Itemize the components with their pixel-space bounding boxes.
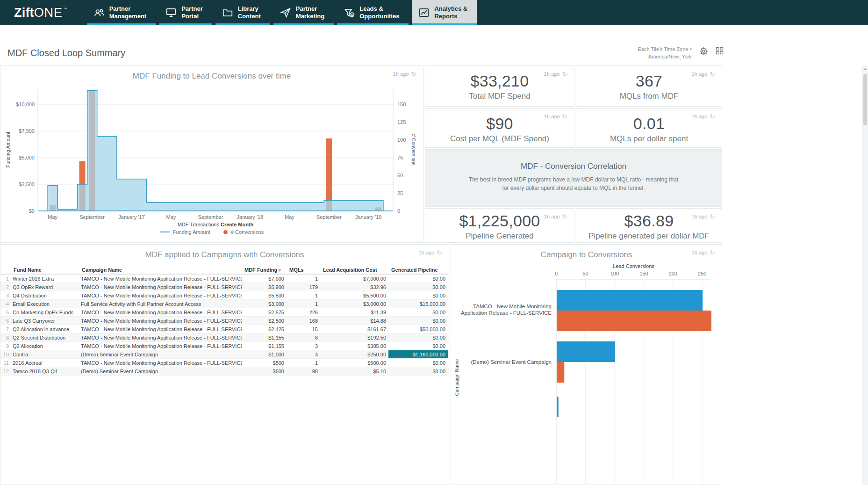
nav-partner-marketing[interactable]: PartnerMarketing	[273, 0, 334, 25]
column-header[interactable]: Lead Acquisition Cost	[320, 265, 388, 274]
funding-conversions-chart[interactable]: $0$2,500$5,000$7,500$10,0000255075100125…	[0, 85, 423, 227]
row-number: 7	[0, 325, 11, 333]
updated-text: 1h ago	[544, 114, 560, 119]
cell-pipeline: $50,000.00	[388, 325, 448, 333]
vertical-scrollbar[interactable]: ▲	[862, 65, 868, 485]
column-header[interactable]: Generated Pipeline	[388, 265, 448, 274]
refresh-icon[interactable]: ↻	[562, 113, 567, 120]
cell-campaign: TAMCO - New Mobile Monitoring Applicatio…	[79, 308, 242, 316]
kpi-label: Pipeline generated per dollar MDF	[576, 232, 722, 241]
refresh-icon[interactable]: ↻	[710, 71, 715, 77]
cell-pipeline: $1,160,000.00	[388, 350, 448, 358]
cell-fund: Late Q3 Carryover	[11, 317, 79, 325]
cell-fund: Tamco 2018 Q3-Q4	[11, 367, 79, 375]
legend-conversions[interactable]: # Conversions	[223, 229, 264, 235]
table-row[interactable]: 12Tamco 2018 Q3-Q4(Demo) Seminar Event C…	[0, 367, 449, 376]
svg-text:# Conversions: # Conversions	[411, 134, 416, 165]
table-row[interactable]: 10Contra(Demo) Seminar Event Campaign$1,…	[0, 350, 449, 359]
nav-label: Leads &Opportunities	[359, 5, 399, 20]
cell-mqls: 98	[287, 367, 320, 375]
svg-text:Application Release - FULL-SER: Application Release - FULL-SERVICE	[461, 310, 552, 316]
cell-pipeline: $0.00	[388, 342, 448, 350]
refresh-icon[interactable]: ↻	[562, 71, 567, 77]
refresh-icon[interactable]: ↻	[437, 249, 442, 256]
cell-funding: $2,500	[242, 317, 287, 325]
updated-text: 1h ago	[419, 250, 435, 255]
column-header[interactable]: Campaign Name	[79, 265, 242, 274]
kpi-label: Total MDF Spend	[425, 92, 574, 101]
tile-updated-stamp: 1h ago ↻	[393, 71, 416, 77]
page-header: MDF Closed Loop Summary Each Tile's Time…	[0, 25, 868, 65]
cell-fund: Q2 Allocation	[11, 342, 79, 350]
nav-library-content[interactable]: LibraryContent	[215, 0, 270, 25]
table-title: MDF applied to Campaigns with Conversion…	[0, 250, 449, 260]
cell-pipeline: $15,000.00	[388, 300, 448, 308]
cell-funding: $1,155	[242, 333, 287, 341]
nav-items: PartnerManagement PartnerPortal LibraryC…	[87, 0, 477, 25]
table-row[interactable]: 9Q2 AllocationTAMCO - New Mobile Monitor…	[0, 342, 449, 350]
cell-mqls: 1	[287, 275, 320, 282]
table-row[interactable]: 8Q2 Second DistributionTAMCO - New Mobil…	[0, 333, 449, 342]
svg-text:150: 150	[639, 271, 648, 276]
chevron-down-icon: ▾	[689, 46, 692, 52]
refresh-icon[interactable]: ↻	[710, 113, 715, 120]
table-row[interactable]: 7Q3 Allocation in advanceTAMCO - New Mob…	[0, 325, 449, 333]
svg-text:May: May	[48, 214, 57, 220]
table-header-row: Fund NameCampaign NameMDF Funding▾MQLsLe…	[0, 265, 449, 275]
nav-analytics-reports[interactable]: Analytics &Reports	[412, 0, 477, 25]
svg-text:Campaign Name: Campaign Name	[454, 359, 459, 396]
cell-funding: $5,500	[242, 291, 287, 299]
legend-funding-amount[interactable]: Funding Amount	[160, 229, 210, 235]
table-row[interactable]: 2Q3 OpEx RewardTAMCO - New Mobile Monito…	[0, 283, 449, 291]
updated-text: 1h ago	[544, 214, 560, 219]
campaign-conversions-chart[interactable]: Lead Conversions050100150200250Campaign …	[451, 261, 722, 484]
gear-icon[interactable]	[699, 47, 708, 58]
table-row[interactable]: 5Co-Marketing OpEx FundsTAMCO - New Mobi…	[0, 308, 449, 317]
cell-mqls: 1	[287, 300, 320, 308]
mdf-campaigns-table-tile: MDF applied to Campaigns with Conversion…	[0, 244, 449, 485]
scroll-up-arrow-icon[interactable]: ▲	[862, 67, 868, 71]
nav-label: PartnerMarketing	[296, 5, 324, 20]
svg-text:125: 125	[397, 119, 406, 125]
nav-partner-management[interactable]: PartnerManagement	[87, 0, 156, 25]
nav-partner-portal[interactable]: PartnerPortal	[159, 0, 212, 25]
cell-cost: $5,500.00	[320, 291, 388, 299]
table-row[interactable]: 1Winter 2016 ExtraTAMCO - New Mobile Mon…	[0, 275, 449, 283]
row-number: 10	[0, 350, 11, 358]
kpi-total-mdf-spend: 1h ago↻ $33,210 Total MDF Spend	[425, 65, 574, 107]
updated-text: 1h ago	[692, 114, 708, 119]
refresh-icon[interactable]: ↻	[562, 213, 567, 220]
kpi-mqls-from-mdf: 1h ago↻ 367 MQLs from MDF	[576, 65, 722, 107]
column-header[interactable]: Fund Name	[11, 265, 79, 274]
kpi-cost-per-mql: 1h ago↻ $90 Cost per MQL (MDF Spend)	[425, 108, 574, 148]
table-row[interactable]: 6Late Q3 CarryoverTAMCO - New Mobile Mon…	[0, 317, 449, 325]
timezone-selector[interactable]: Each Tile's Time Zone▾ America/New_York	[638, 46, 692, 61]
dashboard-grid-icon[interactable]	[716, 47, 724, 57]
cell-mqls: 4	[287, 350, 320, 358]
cell-cost: $32.96	[320, 283, 388, 291]
refresh-icon[interactable]: ↻	[710, 249, 715, 256]
cell-campaign: TAMCO - New Mobile Monitoring Applicatio…	[79, 283, 242, 291]
table-row[interactable]: 4Email ExecutionFull Service Activity wi…	[0, 300, 449, 308]
scrollbar-thumb[interactable]	[863, 74, 867, 125]
cell-mqls: 3	[287, 342, 320, 350]
chart-line-icon	[418, 7, 430, 18]
table-row[interactable]: 112016 AccrualTAMCO - New Mobile Monitor…	[0, 359, 449, 367]
svg-text:MDF Transactions Create Month: MDF Transactions Create Month	[178, 222, 254, 227]
table-row[interactable]: 3Q4 DistributionTAMCO - New Mobile Monit…	[0, 291, 449, 300]
cell-fund: Co-Marketing OpEx Funds	[11, 308, 79, 316]
correlation-title: MDF - Conversion Correlation	[425, 162, 722, 171]
kpi-label: Pipeline Generated	[425, 232, 574, 241]
refresh-icon[interactable]: ↻	[710, 213, 715, 220]
updated-text: 1h ago	[393, 71, 409, 77]
cell-campaign: (Demo) Seminar Event Campaign	[79, 350, 242, 358]
column-header[interactable]: MQLs	[287, 265, 320, 274]
ziftone-logo[interactable]: ZiftONE™	[0, 0, 67, 25]
svg-text:$2,500: $2,500	[19, 181, 35, 187]
refresh-icon[interactable]: ↻	[411, 71, 416, 77]
cell-fund: Q2 Second Distribution	[11, 333, 79, 341]
svg-text:200: 200	[669, 271, 677, 276]
row-number: 9	[0, 342, 11, 350]
column-header[interactable]: MDF Funding▾	[242, 265, 287, 274]
nav-leads-opportunities[interactable]: $ Leads &Opportunities	[337, 0, 409, 25]
